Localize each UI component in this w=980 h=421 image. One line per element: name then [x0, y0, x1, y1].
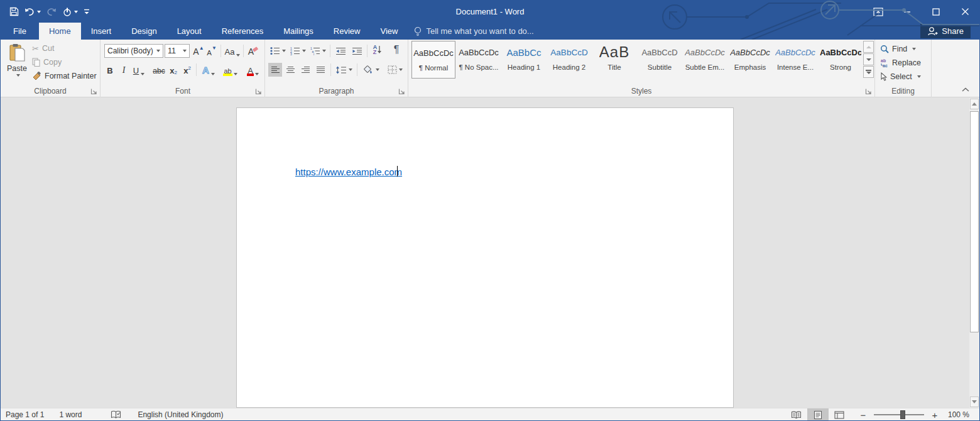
align-center-button[interactable]	[283, 63, 297, 77]
touch-mode-icon[interactable]	[62, 7, 78, 17]
shrink-font-button[interactable]: A▼	[205, 44, 218, 58]
share-button[interactable]: Share	[920, 24, 971, 38]
print-layout-button[interactable]	[807, 408, 829, 421]
vertical-scrollbar[interactable]	[969, 98, 979, 408]
tab-review[interactable]: Review	[324, 23, 371, 40]
zoom-slider[interactable]	[874, 414, 924, 415]
font-name-select[interactable]: Calibri (Body)	[104, 44, 163, 58]
document-hyperlink[interactable]: https://www.example.com	[295, 167, 402, 177]
paragraph-group-label: Paragraph	[265, 87, 408, 96]
scrollbar-thumb[interactable]	[970, 111, 979, 332]
style-heading-2-label: Heading 2	[553, 63, 585, 71]
tab-insert[interactable]: Insert	[81, 23, 122, 40]
subscript-button[interactable]: x2	[168, 63, 179, 77]
tab-mailings[interactable]: Mailings	[273, 23, 324, 40]
numbering-button[interactable]: 123	[288, 44, 307, 58]
style-strong[interactable]: AaBbCcDc Strong	[819, 41, 863, 79]
zoom-out-button[interactable]: −	[859, 410, 868, 420]
text-effects-button[interactable]: A	[200, 63, 217, 77]
zoom-level[interactable]: 100 %	[948, 410, 969, 419]
style-heading-1[interactable]: AaBbCc Heading 1	[502, 41, 546, 79]
tab-view[interactable]: View	[370, 23, 408, 40]
paragraph-dialog-launcher-icon[interactable]	[398, 88, 405, 95]
bullets-button[interactable]	[268, 44, 287, 58]
document-page[interactable]: https://www.example.com	[236, 107, 734, 408]
web-layout-button[interactable]	[829, 408, 850, 421]
quick-access-toolbar	[9, 1, 90, 23]
read-mode-button[interactable]	[786, 408, 807, 421]
change-case-button[interactable]: Aa	[224, 44, 241, 58]
select-button[interactable]: Select	[875, 70, 931, 84]
tell-me-box[interactable]: Tell me what you want to do...	[414, 23, 533, 40]
bold-button[interactable]: B	[105, 63, 115, 77]
tab-file[interactable]: File	[1, 23, 39, 40]
decrease-indent-button[interactable]	[333, 44, 348, 58]
copy-button: Copy	[32, 55, 97, 69]
style-intense-emphasis[interactable]: AaBbCcDc Intense E...	[773, 41, 817, 79]
borders-button[interactable]	[384, 63, 406, 77]
superscript-button[interactable]: x2	[182, 63, 193, 77]
style-emphasis[interactable]: AaBbCcDc Emphasis	[728, 41, 772, 79]
grow-font-button[interactable]: A▲	[192, 44, 205, 58]
ribbon-home: Paste ✂ Cut Copy Format Painter Clipboar…	[1, 40, 979, 97]
proofing-status-icon[interactable]	[111, 410, 121, 419]
style-title[interactable]: AaB Title	[592, 41, 636, 79]
save-icon[interactable]	[9, 7, 19, 16]
align-left-button[interactable]	[268, 63, 282, 77]
styles-gallery-more-button[interactable]	[863, 66, 874, 78]
scroll-down-button[interactable]	[970, 396, 979, 407]
style-subtle-emphasis[interactable]: AaBbCcDc Subtle Em...	[683, 41, 727, 79]
page-indicator[interactable]: Page 1 of 1	[6, 410, 44, 419]
zoom-in-button[interactable]: +	[930, 410, 939, 420]
minimize-icon[interactable]	[893, 1, 922, 23]
zoom-slider-thumb[interactable]	[900, 410, 905, 419]
strikethrough-button[interactable]: abc	[151, 63, 166, 77]
language-indicator[interactable]: English (United Kingdom)	[138, 410, 223, 419]
multilevel-list-button[interactable]: 1ai	[308, 44, 327, 58]
underline-button[interactable]: U	[131, 63, 146, 77]
style-no-spacing[interactable]: AaBbCcDc ¶ No Spac...	[457, 41, 501, 79]
tab-references[interactable]: References	[212, 23, 273, 40]
replace-button[interactable]: abac Replace	[875, 56, 931, 70]
highlight-color-button[interactable]: ab	[220, 63, 241, 77]
ribbon-display-options-icon[interactable]	[864, 1, 893, 23]
style-heading-2[interactable]: AaBbCcD Heading 2	[547, 41, 591, 79]
undo-icon[interactable]	[24, 7, 41, 16]
increase-indent-icon	[352, 47, 362, 55]
tab-design[interactable]: Design	[121, 23, 166, 40]
customize-quick-access-icon[interactable]	[84, 8, 90, 16]
group-paragraph: 123 1ai AZ ¶	[265, 40, 408, 97]
style-normal[interactable]: AaBbCcDc ¶ Normal	[411, 41, 455, 79]
style-normal-preview: AaBbCcDc	[413, 41, 454, 64]
line-spacing-button[interactable]	[334, 63, 354, 77]
svg-text:i: i	[313, 52, 314, 55]
clear-formatting-button[interactable]: A	[247, 44, 261, 58]
show-hide-formatting-button[interactable]: ¶	[388, 43, 405, 57]
align-right-button[interactable]	[298, 63, 312, 77]
shading-button[interactable]	[360, 63, 381, 77]
paste-button[interactable]: Paste	[3, 41, 31, 86]
increase-indent-button[interactable]	[349, 44, 364, 58]
collapse-ribbon-icon[interactable]	[962, 87, 969, 92]
format-painter-button[interactable]: Format Painter	[32, 69, 97, 83]
justify-button[interactable]	[313, 63, 327, 77]
font-size-select[interactable]: 11	[165, 44, 190, 58]
scroll-up-button[interactable]	[970, 99, 979, 109]
find-button[interactable]: Find	[875, 42, 931, 56]
sort-button[interactable]: AZ	[369, 43, 386, 57]
font-color-button[interactable]: A	[244, 63, 262, 77]
clipboard-group-label: Clipboard	[1, 87, 100, 96]
tab-layout[interactable]: Layout	[167, 23, 212, 40]
italic-button[interactable]: I	[119, 63, 128, 77]
style-subtitle[interactable]: AaBbCcD Subtitle	[638, 41, 682, 79]
tab-home[interactable]: Home	[39, 23, 81, 40]
close-icon[interactable]	[950, 1, 979, 23]
word-count[interactable]: 1 word	[59, 410, 82, 419]
styles-dialog-launcher-icon[interactable]	[865, 88, 872, 95]
clipboard-dialog-launcher-icon[interactable]	[90, 88, 97, 95]
styles-scroll-down-button[interactable]	[863, 53, 874, 65]
font-dialog-launcher-icon[interactable]	[255, 88, 262, 95]
maximize-icon[interactable]	[922, 1, 950, 23]
paste-label: Paste	[7, 64, 27, 73]
decrease-indent-icon	[335, 47, 346, 55]
